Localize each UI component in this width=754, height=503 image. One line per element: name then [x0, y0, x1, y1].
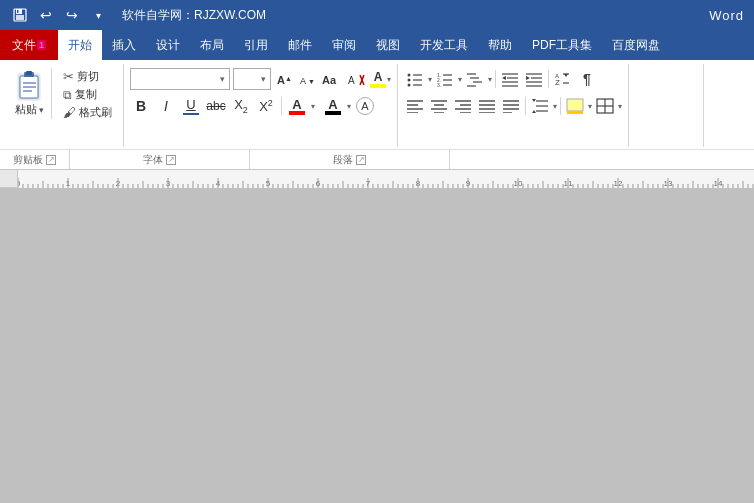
cut-button[interactable]: ✂ 剪切 [60, 68, 115, 85]
distribute-button[interactable] [500, 95, 522, 117]
line-spacing-button[interactable] [529, 95, 551, 117]
ribbon: 粘贴 ▾ ✂ 剪切 ⧉ 复制 🖌 格式刷 [0, 60, 754, 170]
subscript-icon: X2 [234, 97, 248, 115]
bold-icon: B [136, 98, 146, 114]
font-name-selector[interactable]: ▾ [130, 68, 230, 90]
menu-item-review[interactable]: 审阅 [322, 30, 366, 60]
para-sep2 [548, 70, 549, 88]
paragraph-group: ▾ 1. 2. 3. ▾ [398, 64, 629, 147]
svg-text:▲: ▲ [285, 75, 292, 82]
undo-button[interactable]: ↩ [36, 5, 56, 25]
svg-rect-76 [567, 99, 583, 111]
superscript-button[interactable]: X2 [255, 95, 277, 117]
svg-rect-3 [17, 10, 19, 13]
text-effect-button[interactable]: A [356, 97, 374, 115]
para-row2: ▾ ▾ [404, 95, 622, 117]
align-right-button[interactable] [452, 95, 474, 117]
menu-item-design[interactable]: 设计 [146, 30, 190, 60]
menu-item-file[interactable]: 文件 1 [0, 30, 58, 60]
borders-dropdown[interactable]: ▾ [618, 102, 622, 111]
svg-text:3.: 3. [437, 82, 441, 88]
font-color-button[interactable]: A [286, 98, 308, 115]
bold-button[interactable]: B [130, 95, 152, 117]
increase-font-size-button[interactable]: A▲ [274, 69, 294, 89]
font-color2-bar [325, 111, 341, 115]
bullets-button[interactable] [404, 68, 426, 90]
scissors-icon: ✂ [63, 69, 74, 84]
menu-bar: 文件 1 开始 插入 设计 布局 引用 邮件 审阅 视图 开发工具 帮助 PDF… [0, 30, 754, 60]
format-painter-icon: 🖌 [63, 105, 76, 120]
font-expand-button[interactable]: ↗ [166, 155, 176, 165]
font-size-selector[interactable]: ▾ [233, 68, 271, 90]
svg-rect-2 [16, 15, 24, 20]
show-marks-button[interactable]: ¶ [576, 68, 598, 90]
strikethrough-icon: abc [206, 99, 225, 113]
paste-icon [14, 70, 46, 102]
font-separator [281, 97, 282, 115]
menu-item-layout[interactable]: 布局 [190, 30, 234, 60]
menu-item-developer[interactable]: 开发工具 [410, 30, 478, 60]
font-group-content: ▾ ▾ A▲ A▼ Aa [130, 68, 391, 143]
svg-text:A: A [348, 75, 355, 86]
save-button[interactable] [10, 5, 30, 25]
line-spacing-dropdown[interactable]: ▾ [553, 102, 557, 111]
paragraph-expand-button[interactable]: ↗ [356, 155, 366, 165]
para-row1: ▾ 1. 2. 3. ▾ [404, 68, 598, 90]
clipboard-expand-button[interactable]: ↗ [46, 155, 56, 165]
decrease-font-size-button[interactable]: A▼ [297, 69, 317, 89]
redo-button[interactable]: ↪ [62, 5, 82, 25]
font-group: ▾ ▾ A▲ A▼ Aa [124, 64, 398, 147]
highlight-button[interactable]: A ▾ [370, 70, 391, 88]
paste-button[interactable]: 粘贴 ▾ [8, 68, 52, 119]
numbering-button[interactable]: 1. 2. 3. [434, 68, 456, 90]
ribbon-labels: 剪贴板 ↗ 字体 ↗ 段落 ↗ [0, 149, 754, 169]
italic-button[interactable]: I [155, 95, 177, 117]
copy-button[interactable]: ⧉ 复制 [60, 86, 115, 103]
svg-marker-74 [532, 99, 536, 102]
shading-button[interactable] [564, 95, 586, 117]
align-center-button[interactable] [428, 95, 450, 117]
svg-text:▼: ▼ [308, 78, 315, 85]
justify-button[interactable] [476, 95, 498, 117]
svg-point-23 [408, 84, 411, 87]
shading-dropdown[interactable]: ▾ [588, 102, 592, 111]
borders-button[interactable] [594, 95, 616, 117]
menu-item-references[interactable]: 引用 [234, 30, 278, 60]
menu-item-home[interactable]: 开始 [58, 30, 102, 60]
font-row1: ▾ ▾ A▲ A▼ Aa [130, 68, 391, 90]
change-case-button[interactable]: Aa [320, 68, 342, 90]
format-painter-button[interactable]: 🖌 格式刷 [60, 104, 115, 121]
strikethrough-button[interactable]: abc [205, 95, 227, 117]
svg-marker-36 [502, 76, 506, 80]
bullets-dropdown[interactable]: ▾ [428, 75, 432, 84]
increase-indent-button[interactable] [523, 68, 545, 90]
menu-item-insert[interactable]: 插入 [102, 30, 146, 60]
title-bar-left: ↩ ↪ ▾ 软件自学网：RJZXW.COM [10, 5, 266, 25]
menu-item-mail[interactable]: 邮件 [278, 30, 322, 60]
menu-item-baidu[interactable]: 百度网盘 [602, 30, 670, 60]
font-color-dropdown-arrow[interactable]: ▾ [311, 102, 315, 111]
multilevel-button[interactable] [464, 68, 486, 90]
document-area[interactable] [0, 170, 754, 503]
subscript-button[interactable]: X2 [230, 95, 252, 117]
underline-button[interactable]: U [180, 95, 202, 117]
multilevel-dropdown[interactable]: ▾ [488, 75, 492, 84]
clear-format-button[interactable]: A [345, 68, 367, 90]
font-color-bar [289, 111, 305, 115]
paragraph-group-label: 段落 ↗ [250, 150, 450, 169]
font-color2-dropdown[interactable]: ▾ [347, 102, 351, 111]
align-left-button[interactable] [404, 95, 426, 117]
sort-button[interactable]: A Z [552, 68, 574, 90]
menu-item-pdf[interactable]: PDF工具集 [522, 30, 602, 60]
menu-item-help[interactable]: 帮助 [478, 30, 522, 60]
numbering-dropdown[interactable]: ▾ [458, 75, 462, 84]
quick-access-dropdown[interactable]: ▾ [88, 5, 108, 25]
copy-icon: ⧉ [63, 88, 72, 102]
superscript-icon: X2 [259, 98, 273, 114]
clipboard-sub-buttons: ✂ 剪切 ⧉ 复制 🖌 格式刷 [60, 68, 115, 121]
ruler-canvas [18, 170, 754, 188]
font-color2-button[interactable]: A [322, 98, 344, 115]
svg-point-21 [408, 79, 411, 82]
menu-item-view[interactable]: 视图 [366, 30, 410, 60]
decrease-indent-button[interactable] [499, 68, 521, 90]
